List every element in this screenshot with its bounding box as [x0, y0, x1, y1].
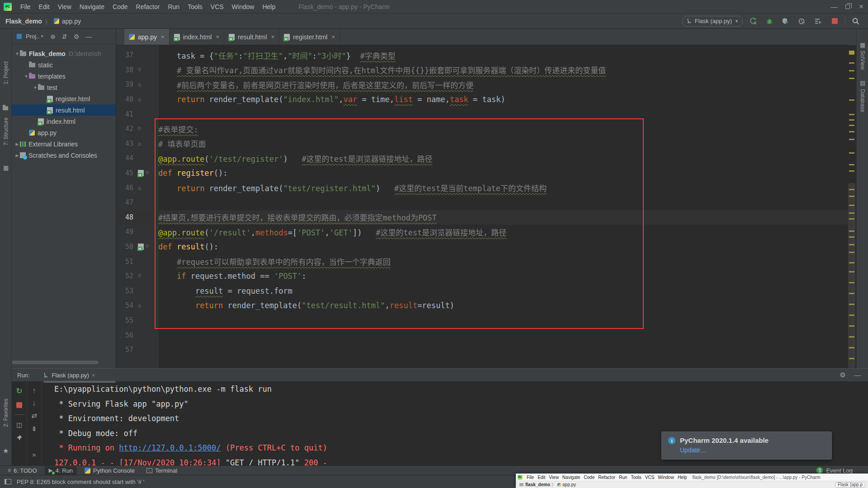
editor-tab-app-py[interactable]: app.py× — [124, 29, 170, 45]
rerun-button[interactable]: ↻ — [16, 386, 22, 396]
tree-item-flask-demo[interactable]: ▼Flask_demoD:\demo\sh — [12, 48, 116, 59]
tool-button-python-console[interactable]: Python Console — [80, 466, 139, 475]
run-configuration-select[interactable]: Flask (app.py) ▼ — [682, 16, 743, 27]
tool-button-structure[interactable]: 7: Structure — [3, 117, 9, 145]
fold-marker-icon[interactable]: ⌂ — [138, 185, 141, 191]
code-line-42[interactable]: 42⌂#表单提交: — [116, 122, 848, 136]
stop-process-button[interactable] — [16, 402, 22, 408]
tree-expand-icon[interactable]: ▼ — [24, 74, 29, 79]
tree-item-register-html[interactable]: register.html — [12, 93, 116, 104]
menu-item-view[interactable]: View — [54, 1, 75, 12]
menu-item-window[interactable]: Window — [228, 1, 259, 12]
mini-menu-item-edit[interactable]: Edit — [536, 475, 547, 480]
menu-item-help[interactable]: Help — [258, 1, 279, 12]
locate-file-button[interactable]: ⊕ — [50, 33, 56, 40]
editor-scrollbar-thumb[interactable] — [848, 183, 855, 368]
menu-item-refactor[interactable]: Refactor — [132, 1, 164, 12]
tree-expand-icon[interactable]: ▶ — [14, 142, 20, 146]
tool-window-toggle-icon[interactable] — [5, 479, 11, 484]
code-line-55[interactable]: 55 — [116, 313, 848, 328]
tool-button-4-run[interactable]: ▶4: Run — [45, 466, 77, 475]
hide-panel-button[interactable]: — — [85, 33, 92, 40]
code-line-44[interactable]: 44@app.route('/test/register') #这里的test是… — [116, 151, 848, 166]
tree-item-test[interactable]: ▼test — [12, 82, 116, 93]
tree-item-templates[interactable]: ▼templates — [12, 70, 116, 82]
fold-marker-icon[interactable]: ⌂ — [138, 126, 141, 131]
tree-expand-icon[interactable]: ▼ — [14, 52, 20, 56]
menu-item-run[interactable]: Run — [164, 1, 184, 12]
menu-item-file[interactable]: File — [16, 1, 35, 12]
code-line-45[interactable]: 45⌂def register(): — [116, 166, 848, 181]
close-icon[interactable]: × — [161, 33, 165, 40]
restore-layout-button[interactable]: ◫ — [16, 421, 22, 428]
mini-menu-item-help[interactable]: Help — [676, 475, 689, 480]
tool-button-project[interactable]: 1: Project — [3, 61, 9, 84]
tree-item-external-libraries[interactable]: ▶External Libraries — [12, 138, 116, 150]
run-minimize-button[interactable]: — — [854, 371, 861, 379]
mini-menu-item-tools[interactable]: Tools — [629, 475, 643, 480]
fold-marker-icon[interactable]: ⌂ — [138, 82, 141, 87]
tree-item-scratches-and-consoles[interactable]: ▶Scratches and Consoles — [12, 150, 116, 161]
close-icon[interactable]: × — [331, 33, 335, 40]
run-with-configuration-button[interactable] — [812, 16, 824, 27]
soft-wrap-button[interactable]: ⇄ — [31, 412, 37, 420]
template-link-icon[interactable] — [138, 170, 144, 176]
fold-marker-icon[interactable]: ⌂ — [138, 303, 141, 308]
template-link-icon[interactable] — [138, 244, 144, 250]
code-line-53[interactable]: 53 result = request.form — [116, 284, 848, 299]
mini-menu-item-vcs[interactable]: VCS — [643, 475, 656, 480]
close-icon[interactable]: × — [92, 372, 95, 379]
run-button[interactable] — [747, 16, 759, 27]
run-tab[interactable]: Flask (app.py) × — [39, 369, 99, 381]
tree-item-result-html[interactable]: result.html — [12, 104, 116, 116]
server-url-link[interactable]: http://127.0.0.1:5000/ — [119, 443, 221, 452]
tool-button-sciview[interactable]: SciView — [859, 51, 866, 70]
down-stack-trace-button[interactable]: ↓ — [33, 399, 36, 407]
code-editor[interactable]: 37 task = {"任务":"打扫卫生","时间":"3小时"} #字典类型… — [116, 45, 848, 368]
tree-expand-icon[interactable]: ▼ — [33, 85, 38, 90]
fold-marker-icon[interactable]: ⌂ — [146, 170, 149, 176]
up-stack-trace-button[interactable]: ↑ — [33, 386, 36, 394]
mini-menu-item-run[interactable]: Run — [617, 475, 629, 480]
close-icon[interactable]: × — [216, 33, 219, 40]
tree-item-index-html[interactable]: index.html — [12, 116, 116, 127]
fold-marker-icon[interactable]: ⌂ — [138, 67, 141, 73]
fold-marker-icon[interactable]: ⌂ — [138, 97, 141, 102]
event-log-button[interactable]: 1 Event Log — [816, 467, 853, 474]
code-line-47[interactable]: 47 — [116, 195, 848, 210]
menu-item-vcs[interactable]: VCS — [207, 1, 228, 12]
mini-pycharm-window[interactable]: PC FileEditViewNavigateCodeRefactorRunTo… — [516, 474, 868, 488]
editor-tab-index-html[interactable]: index.html× — [170, 29, 224, 45]
run-settings-gear-button[interactable]: ⚙ — [840, 371, 846, 379]
code-line-41[interactable]: 41 — [116, 107, 848, 122]
update-link[interactable]: Update... — [680, 446, 825, 454]
profiler-button[interactable] — [796, 16, 808, 27]
menu-item-tools[interactable]: Tools — [184, 1, 207, 12]
code-line-51[interactable]: 51 #request可以帮助拿到表单中的所有内容，当作一个字典返回 — [116, 254, 848, 269]
breadcrumb-file[interactable]: app.py — [62, 18, 81, 25]
code-line-46[interactable]: 46⌂ return render_template("test/registe… — [116, 180, 848, 195]
search-everywhere-button[interactable] — [850, 16, 862, 27]
menu-item-edit[interactable]: Edit — [35, 1, 54, 12]
debug-button[interactable] — [764, 16, 775, 27]
mini-menu-item-window[interactable]: Window — [656, 475, 676, 480]
code-line-49[interactable]: 49@app.route('/result',methods=['POST','… — [116, 225, 848, 239]
code-line-38[interactable]: 38⌂ # 变量名叫作var,页面通过var就能拿到时间内容,在html文件中用… — [116, 63, 848, 78]
tool-button-database[interactable]: Database — [859, 89, 866, 112]
tool-button-terminal[interactable]: >_Terminal — [142, 466, 181, 475]
fold-marker-icon[interactable]: ⌂ — [146, 244, 149, 249]
pin-tab-button[interactable] — [16, 435, 23, 441]
mini-menu-item-code[interactable]: Code — [582, 475, 596, 480]
tool-button-6-todo[interactable]: ≡6: TODO — [4, 466, 41, 475]
close-button[interactable]: × — [854, 0, 868, 13]
code-line-52[interactable]: 52⌂ if request.method == 'POST': — [116, 269, 848, 284]
project-view-selector[interactable]: Proj.. — [26, 33, 39, 40]
minimize-button[interactable]: — — [827, 0, 841, 13]
mini-menu-item-navigate[interactable]: Navigate — [561, 475, 582, 480]
project-horizontal-scrollbar[interactable] — [12, 361, 99, 364]
tree-expand-icon[interactable]: ▶ — [14, 153, 20, 158]
run-with-coverage-button[interactable] — [780, 16, 792, 27]
tool-button-favorites[interactable]: 2: Favorites — [3, 399, 9, 427]
editor-tab-result-html[interactable]: result.html× — [224, 29, 279, 45]
mini-menu-item-view[interactable]: View — [547, 475, 561, 480]
